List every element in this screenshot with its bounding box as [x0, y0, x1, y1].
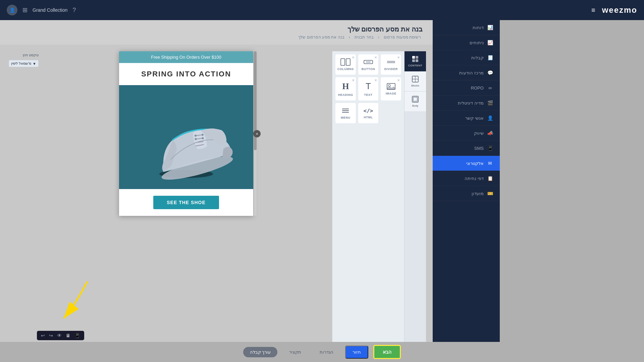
email-canvas[interactable]: Free Shipping On Orders Over $100 SPRING… — [119, 51, 253, 216]
email-heading: SPRING INTO ACTION — [119, 63, 253, 85]
email-cta-block: SEE THE SHOE — [119, 189, 253, 216]
undo-button[interactable]: ↩ — [41, 333, 45, 338]
reports-label: דוחות — [473, 25, 484, 30]
content-item-menu[interactable]: MENU — [335, 103, 356, 124]
avatar-icon[interactable]: 👤 — [7, 5, 17, 15]
digital-label: מדיה דיגיטלית — [458, 101, 484, 106]
tool-select[interactable]: ▼ מ'שמאל לימין — [9, 60, 39, 67]
banner-text: Free Shipping On Orders Over $100 — [151, 55, 221, 60]
sms-label: SMS — [474, 146, 484, 151]
help-icon[interactable]: ? — [72, 7, 76, 14]
editor-area: טקסט חוץ ▼ מ'שמאל לימין Free Shipping On… — [0, 45, 433, 362]
back-button[interactable]: חזור — [345, 346, 368, 359]
image-label: IMAGE — [386, 92, 396, 95]
nav-item-club[interactable]: 🎫 מועדון — [433, 186, 500, 201]
content-item-image[interactable]: ✕ IMAGE — [380, 77, 401, 101]
nav-item-digital[interactable]: 🎬 מדיה דיגיטלית — [433, 96, 500, 111]
svg-rect-23 — [416, 56, 418, 59]
marketing-label: שיווק — [474, 131, 484, 136]
digital-icon: 🎬 — [487, 100, 493, 106]
grid-icon[interactable]: ⊞ — [22, 6, 28, 14]
nav-item-receipts[interactable]: 🧾 קבלות — [433, 50, 500, 65]
hamburger-icon[interactable]: ≡ — [591, 6, 595, 14]
receipts-label: קבלות — [471, 55, 484, 60]
content-item-divider[interactable]: ✕ DIVIDER — [380, 54, 401, 75]
tab-content-label: Content — [408, 64, 422, 67]
expand-button[interactable]: » — [253, 130, 261, 137]
content-grid: ✕ COLUMNS ✕ — [335, 54, 401, 124]
tab-content[interactable]: Content — [405, 51, 426, 71]
breadcrumb-item-1[interactable]: רשימת מסעות פרסום — [384, 35, 421, 40]
navbar: 👤 ⊞ Grand Collection ? ≡ weezmo — [0, 0, 644, 20]
nav-item-contacts[interactable]: 👤 אנשי קשר — [433, 111, 500, 126]
mobile-view-button[interactable]: 📱 — [74, 333, 80, 338]
receipts-icon: 🧾 — [487, 55, 493, 60]
tab-segment[interactable]: עורך קבלה — [243, 347, 278, 357]
nav-item-ropo[interactable]: ∞ ROPO — [433, 80, 500, 96]
nav-item-notifications[interactable]: 💬 מרכז הודעות — [433, 65, 500, 80]
content-item-button[interactable]: ✕ BUTTON — [358, 54, 379, 75]
html-label: HTML — [364, 116, 373, 119]
nav-item-reports[interactable]: 📊 דוחות — [433, 20, 500, 35]
nav-item-analytics[interactable]: 📈 ניתוחים — [433, 35, 500, 50]
nav-item-sms[interactable]: 📱 SMS — [433, 141, 500, 156]
text-icon: T — [366, 81, 371, 92]
heading-icon: H — [342, 81, 349, 92]
email-banner: Free Shipping On Orders Over $100 — [119, 51, 253, 63]
content-panel-wrapper: ✕ COLUMNS ✕ — [332, 51, 404, 355]
divider-label: DIVIDER — [384, 67, 398, 71]
svg-rect-10 — [341, 59, 345, 65]
nav-item-marketing[interactable]: 📣 שיווק — [433, 126, 500, 141]
tab-body-label: Body — [412, 104, 418, 107]
contacts-label: אנשי קשר — [465, 116, 484, 121]
tab-settings[interactable]: הגדרות — [313, 346, 340, 358]
columns-icon — [340, 58, 351, 66]
nav-item-landing[interactable]: 📋 דפי נחיתה — [433, 171, 500, 186]
menu-label: MENU — [341, 116, 351, 119]
ropo-label: ROPO — [471, 85, 484, 90]
panel-tabs: Content Blocks — [404, 51, 426, 355]
html-icon: </> — [364, 108, 373, 114]
right-nav-sidebar: 📊 דוחות 📈 ניתוחים 🧾 קבלות 💬 מרכז הודעות … — [433, 20, 500, 362]
content-item-columns[interactable]: ✕ COLUMNS — [335, 54, 356, 75]
columns-label: COLUMNS — [337, 67, 354, 71]
content-item-text[interactable]: ✕ T TEXT — [358, 77, 379, 101]
email-image-block[interactable] — [119, 85, 253, 189]
heading-text: SPRING INTO ACTION — [141, 70, 231, 78]
tab-design[interactable]: תקציר — [282, 346, 308, 358]
desktop-view-button[interactable]: 🖥 — [66, 333, 70, 338]
navbar-left: 👤 ⊞ Grand Collection ? — [7, 5, 76, 15]
svg-rect-11 — [346, 59, 350, 65]
next-button[interactable]: הבא — [373, 345, 401, 359]
logo: weezmo — [602, 5, 637, 15]
svg-rect-30 — [413, 97, 417, 101]
left-sidebar: בנה את מסע הפרסום שלך רשימת מסעות פרסום … — [0, 20, 433, 362]
preview-button[interactable]: 👁 — [57, 333, 62, 338]
analytics-icon: 📈 — [487, 40, 493, 45]
tab-body[interactable]: Body — [405, 92, 426, 111]
shoe-image — [138, 88, 235, 186]
tab-blocks[interactable]: Blocks — [405, 71, 426, 92]
redo-button[interactable]: ↪ — [49, 333, 53, 338]
button-icon — [363, 58, 373, 66]
content-item-html[interactable]: </> HTML — [358, 103, 379, 124]
text-label: TEXT — [364, 93, 372, 97]
page-title: בנה את מסע הפרסום שלך — [10, 25, 423, 33]
divider-icon — [386, 58, 396, 66]
content-item-heading[interactable]: ✕ H HEADING — [335, 77, 356, 101]
nav-title: Grand Collection — [33, 7, 67, 13]
breadcrumb-item-2[interactable]: בחר תבנית — [355, 35, 373, 40]
left-tool-panel: טקסט חוץ ▼ מ'שמאל לימין — [7, 51, 40, 355]
nav-item-electronic[interactable]: ✉ אלקטרוני — [433, 156, 500, 171]
content-panel: ✕ COLUMNS ✕ — [332, 51, 404, 345]
tool-label-1: טקסט חוץ — [22, 53, 39, 57]
breadcrumb: רשימת מסעות פרסום › בחר תבנית › בנה את מ… — [10, 35, 423, 40]
electronic-label: אלקטרוני — [466, 161, 484, 166]
navbar-right: ≡ weezmo — [591, 5, 637, 15]
ropo-icon: ∞ — [487, 85, 493, 90]
svg-rect-25 — [416, 59, 418, 62]
menu-icon — [341, 107, 350, 114]
cta-button[interactable]: SEE THE SHOE — [153, 196, 219, 209]
canvas-outer: Free Shipping On Orders Over $100 SPRING… — [119, 51, 253, 216]
notifications-label: מרכז הודעות — [459, 70, 484, 75]
